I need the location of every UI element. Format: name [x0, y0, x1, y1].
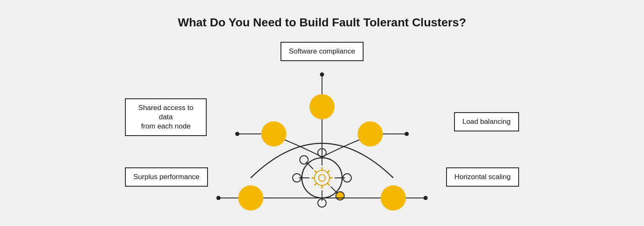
svg-line-10 — [327, 183, 329, 185]
svg-line-8 — [327, 171, 329, 172]
svg-point-34 — [238, 185, 263, 211]
svg-point-30 — [358, 121, 383, 146]
label-horizontal-scaling: Horizontal scaling — [446, 167, 519, 187]
label-software-compliance: Software compliance — [280, 42, 364, 61]
svg-point-26 — [320, 72, 324, 77]
svg-point-36 — [216, 196, 221, 200]
svg-line-7 — [315, 171, 317, 172]
label-shared-access: Shared access to datafrom each node — [125, 98, 207, 136]
label-load-balancing: Load balancing — [454, 112, 519, 131]
diagram: Software compliance Shared access to dat… — [112, 33, 532, 213]
svg-point-38 — [381, 185, 406, 211]
label-surplus-performance: Surplus performance — [125, 167, 208, 187]
svg-point-29 — [235, 132, 239, 136]
page-title: What Do You Need to Build Fault Tolerant… — [178, 16, 466, 29]
svg-point-21 — [300, 156, 308, 164]
svg-point-32 — [405, 132, 409, 136]
svg-line-9 — [315, 183, 317, 185]
svg-point-40 — [423, 196, 428, 200]
svg-point-24 — [309, 94, 335, 119]
svg-point-22 — [336, 192, 344, 200]
svg-point-2 — [319, 175, 325, 181]
svg-point-27 — [261, 121, 286, 146]
